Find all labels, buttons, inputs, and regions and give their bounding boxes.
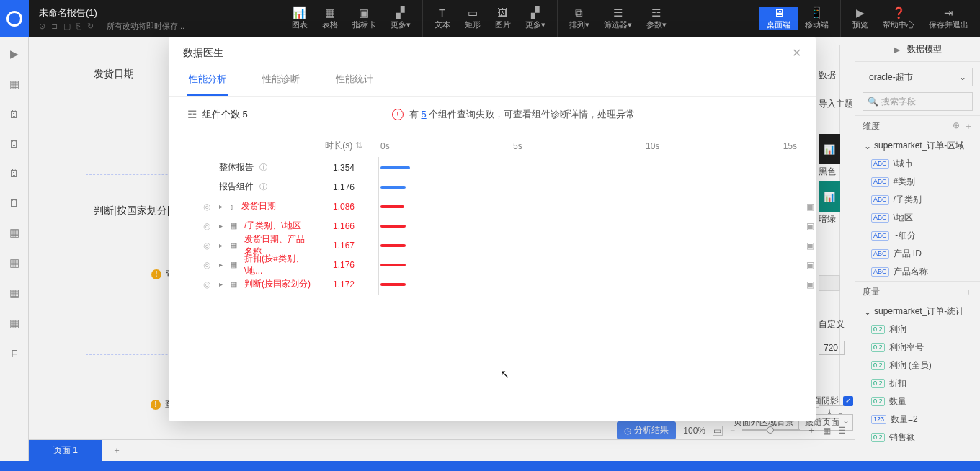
layers-icon: ☲ — [187, 108, 197, 121]
layout-group: ⧉排列▾ ☰筛选器▾ ☲参数▾ — [557, 0, 678, 37]
copy-icon[interactable]: ▣ — [806, 241, 814, 251]
preview-icon: ▶ — [856, 7, 865, 18]
error-icon: ! — [392, 109, 404, 120]
desktop-button[interactable]: 🖥桌面端 — [760, 7, 798, 30]
table-icon: ▦ — [230, 241, 237, 250]
desktop-icon: 🖥 — [773, 7, 784, 18]
modal-tabs: 性能分析 性能诊断 性能统计 — [169, 66, 816, 97]
tab-perf-diagnosis[interactable]: 性能诊断 — [261, 66, 301, 96]
arrange-button[interactable]: ⧉排列▾ — [562, 7, 597, 30]
mobile-icon: 📱 — [810, 7, 824, 18]
tick-0: 0s — [380, 141, 390, 151]
expand-icon[interactable]: ▸ — [219, 202, 223, 210]
perf-row[interactable]: ◎整体报告ⓘ1.354 — [187, 158, 797, 177]
table-icon: ▦ — [230, 260, 237, 269]
eye-icon[interactable]: ◎ — [203, 279, 210, 290]
right-group: ▶预览 ❓帮助中心 ⇥保存并退出 — [840, 0, 980, 37]
eye-icon[interactable]: ◎ — [203, 221, 210, 231]
sort-icon[interactable]: ⇅ — [355, 140, 362, 151]
text-icon: T — [439, 7, 445, 18]
table-button[interactable]: ▦表格 — [315, 7, 345, 30]
tick-2: 10s — [646, 141, 659, 151]
tab-perf-stats[interactable]: 性能统计 — [334, 66, 375, 96]
eye-icon[interactable]: ◎ — [203, 202, 210, 212]
perf-row[interactable]: ◎报告组件ⓘ1.176 — [187, 177, 797, 197]
top-bar: 未命名报告(1) ⊙ ⊐ ▢ ⎘ ↻ 所有改动将即时保存... 📊图表 ▦表格 … — [0, 0, 980, 37]
tab-perf-analysis[interactable]: 性能分析 — [187, 66, 228, 96]
kpi-icon: ▣ — [359, 7, 369, 18]
copy-icon[interactable]: ▣ — [806, 221, 814, 231]
bar-chart-icon: ⫾ — [230, 202, 234, 211]
refresh-icon[interactable]: ↻ — [87, 22, 94, 31]
table-icon: ▦ — [325, 7, 335, 18]
text-button[interactable]: T文本 — [427, 7, 458, 30]
history-icon[interactable]: ▢ — [63, 22, 71, 31]
help-icon[interactable]: ⓘ — [259, 181, 267, 192]
report-title: 未命名报告(1) — [39, 6, 97, 19]
param-button[interactable]: ☲参数▾ — [639, 7, 674, 30]
expand-icon[interactable]: ▸ — [219, 280, 223, 288]
save-exit-button[interactable]: ⇥保存并退出 — [922, 7, 976, 30]
exit-icon: ⇥ — [944, 7, 953, 18]
component-count: ☲ 组件个数 5 — [187, 108, 248, 121]
rect-icon: ▭ — [468, 7, 478, 18]
param-icon: ☲ — [651, 7, 661, 18]
image-button[interactable]: 🖼图片 — [488, 7, 518, 30]
app-logo[interactable] — [0, 0, 29, 37]
copy-icon[interactable]: ▣ — [806, 279, 814, 290]
close-icon[interactable]: ✕ — [792, 46, 801, 60]
preview-button[interactable]: ▶预览 — [845, 7, 876, 30]
help-button[interactable]: ❓帮助中心 — [876, 7, 922, 30]
tick-1: 5s — [513, 141, 522, 151]
modal-title: 数据医生 — [183, 47, 223, 60]
perf-row[interactable]: ◎▸▦折扣(按#类别、\地...1.176▣ — [187, 255, 797, 274]
copy-icon[interactable]: ▣ — [806, 202, 814, 212]
viz-more-button[interactable]: ▞更多▾ — [383, 7, 418, 30]
expand-icon[interactable]: ▸ — [219, 241, 223, 249]
table-icon: ▦ — [230, 279, 237, 289]
chart-button[interactable]: 📊图表 — [285, 7, 315, 30]
data-doctor-modal: 数据医生 ✕ 性能分析 性能诊断 性能统计 ☲ 组件个数 5 ! 有 5 个组件… — [169, 37, 816, 421]
tick-3: 15s — [783, 141, 797, 151]
filter-button[interactable]: ☰筛选器▾ — [597, 7, 639, 30]
copy-icon[interactable]: ▣ — [806, 260, 814, 270]
arrange-icon: ⧉ — [575, 7, 583, 18]
filter-icon: ☰ — [613, 7, 623, 18]
table-icon: ▦ — [230, 221, 237, 230]
device-group: 🖥桌面端 📱移动端 — [755, 0, 840, 37]
alert-message: ! 有 5 个组件查询失败，可查看组件诊断详情，处理异常 — [392, 108, 635, 121]
bar-chart-icon: 📊 — [293, 7, 306, 18]
image-icon: 🖼 — [497, 7, 508, 18]
grid-icon: ▞ — [531, 7, 540, 18]
elem-more-button[interactable]: ▞更多▾ — [518, 7, 553, 30]
undo-icon[interactable]: ⊙ — [39, 22, 45, 31]
rect-button[interactable]: ▭矩形 — [458, 7, 488, 30]
viz-group: 📊图表 ▦表格 ▣指标卡 ▞更多▾ — [280, 0, 422, 37]
autosave-hint: 所有改动将即时保存... — [107, 21, 184, 32]
grid-icon: ▞ — [396, 7, 405, 18]
perf-row[interactable]: ◎▸▦判断(按国家划分)1.172▣ — [187, 274, 797, 294]
mobile-button[interactable]: 📱移动端 — [798, 7, 836, 30]
perf-row[interactable]: ◎▸⫾发货日期1.086▣ — [187, 197, 797, 216]
redo-icon[interactable]: ⊐ — [51, 22, 58, 31]
help-icon: ❓ — [892, 7, 906, 18]
expand-icon[interactable]: ▸ — [219, 261, 223, 269]
help-icon[interactable]: ⓘ — [259, 162, 267, 173]
kpi-button[interactable]: ▣指标卡 — [345, 7, 383, 30]
title-area: 未命名报告(1) ⊙ ⊐ ▢ ⎘ ↻ 所有改动将即时保存... — [29, 0, 202, 37]
expand-icon[interactable]: ▸ — [219, 222, 223, 230]
element-group: T文本 ▭矩形 🖼图片 ▞更多▾ — [422, 0, 557, 37]
eye-icon[interactable]: ◎ — [203, 260, 210, 270]
copy-icon[interactable]: ⎘ — [76, 22, 81, 30]
perf-chart: 时长(s) ⇅ 0s 5s 10s 15s ◎整体报告ⓘ1.354◎报告组件ⓘ1… — [169, 128, 816, 421]
failed-count-link[interactable]: 5 — [421, 109, 426, 120]
eye-icon[interactable]: ◎ — [203, 241, 210, 251]
